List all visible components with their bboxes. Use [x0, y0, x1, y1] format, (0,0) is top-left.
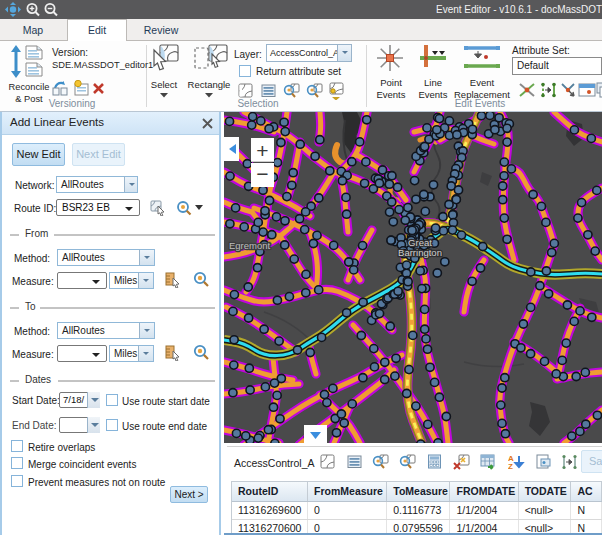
svg-text:Egremont: Egremont	[229, 240, 271, 251]
svg-text:Barrington: Barrington	[398, 247, 442, 258]
svg-text:Z: Z	[508, 462, 513, 470]
